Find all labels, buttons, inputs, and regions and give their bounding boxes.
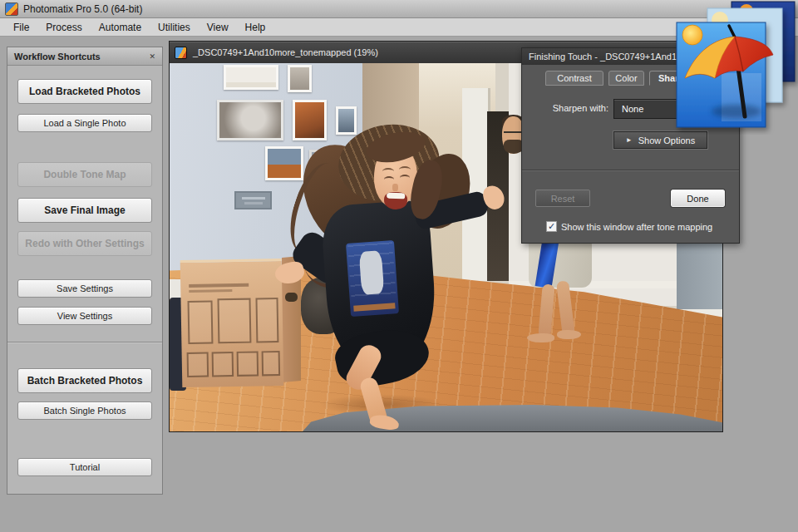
menu-file[interactable]: File <box>5 19 37 36</box>
photo-girl-brow-left <box>382 168 394 175</box>
menu-automate[interactable]: Automate <box>91 19 150 36</box>
photo-man-foot <box>527 333 554 342</box>
workflow-panel-header[interactable]: Workflow Shortcuts ✕ <box>7 47 162 66</box>
menu-view[interactable]: View <box>199 19 237 36</box>
photo-girl-shirt-graphic <box>346 240 399 317</box>
app-titlebar[interactable]: Photomatix Pro 5.0 (64-bit) <box>0 0 798 18</box>
load-single-photo-button[interactable]: Load a Single Photo <box>17 114 152 132</box>
photo-frame-small-right <box>336 106 357 135</box>
reset-button[interactable]: Reset <box>535 190 590 207</box>
show-window-checkbox[interactable]: ✓ <box>546 221 557 232</box>
menu-utilities[interactable]: Utilities <box>150 19 199 36</box>
dialog-titlebar[interactable]: Finishing Touch - _DSC0749+1And10mo <box>522 48 739 65</box>
photo-man-glasses <box>504 131 523 137</box>
triangle-right-icon: ► <box>626 136 633 144</box>
photo-girl-brow-right <box>399 166 411 173</box>
batch-bracketed-photos-button[interactable]: Batch Bracketed Photos <box>17 368 152 393</box>
photo-frame-bw-portrait <box>217 100 283 140</box>
workflow-shortcuts-panel: Workflow Shortcuts ✕ Load Bracketed Phot… <box>7 47 163 495</box>
tab-color[interactable]: Color <box>608 71 644 86</box>
view-settings-button[interactable]: View Settings <box>17 307 152 325</box>
load-bracketed-photos-button[interactable]: Load Bracketed Photos <box>17 79 152 104</box>
photo-wall-plaque <box>234 191 272 209</box>
redo-other-settings-button[interactable]: Redo with Other Settings <box>17 231 152 256</box>
photomatix-app: Photomatix Pro 5.0 (64-bit) File Process… <box>0 0 798 532</box>
photo-girl-nose <box>392 184 398 191</box>
app-title: Photomatix Pro 5.0 (64-bit) <box>23 3 142 15</box>
double-tone-map-button[interactable]: Double Tone Map <box>17 162 152 187</box>
done-button[interactable]: Done <box>671 190 725 207</box>
photo-cardboard-box <box>180 259 284 387</box>
photo-frame-small-portrait <box>288 65 312 92</box>
show-options-label: Show Options <box>638 135 695 145</box>
save-settings-button[interactable]: Save Settings <box>17 279 152 298</box>
workflow-panel-title: Workflow Shortcuts <box>14 52 101 62</box>
image-window-icon <box>175 47 187 59</box>
menu-process[interactable]: Process <box>37 19 90 36</box>
photo-frame-autumn <box>293 100 327 140</box>
workflow-panel-close-icon[interactable]: ✕ <box>149 52 155 61</box>
photo-frame-text-art <box>224 65 278 90</box>
dialog-divider <box>522 170 739 171</box>
photo-girl-eye-right <box>400 175 410 181</box>
photo-frame-kid <box>265 146 303 180</box>
photo-box-handle-hole <box>285 293 298 302</box>
panel-divider <box>7 342 162 343</box>
sharpen-with-label: Sharpen with: <box>522 103 608 113</box>
menubar: File Process Automate Utilities View Hel… <box>0 18 798 37</box>
sharpen-method-select[interactable]: None <box>613 99 714 119</box>
photo-girl-eye-left <box>384 176 394 183</box>
show-window-checkbox-label: Show this window after tone mapping <box>561 222 712 232</box>
show-options-button[interactable]: ► Show Options <box>613 131 707 149</box>
photo-man-foot-back <box>557 330 581 339</box>
image-window-title: _DSC0749+1And10more_tonemapped (19%) <box>193 47 378 57</box>
tab-sharpen[interactable]: Sharpen <box>649 71 704 86</box>
finishing-touch-dialog: Finishing Touch - _DSC0749+1And10mo Cont… <box>521 47 740 244</box>
batch-single-photos-button[interactable]: Batch Single Photos <box>17 401 152 420</box>
tutorial-button[interactable]: Tutorial <box>17 458 152 476</box>
app-logo-icon <box>5 2 18 16</box>
menu-help[interactable]: Help <box>237 19 274 36</box>
dialog-title: Finishing Touch - _DSC0749+1And10mo <box>529 52 694 62</box>
save-final-image-button[interactable]: Save Final Image <box>17 198 152 223</box>
tab-contrast[interactable]: Contrast <box>545 71 603 86</box>
